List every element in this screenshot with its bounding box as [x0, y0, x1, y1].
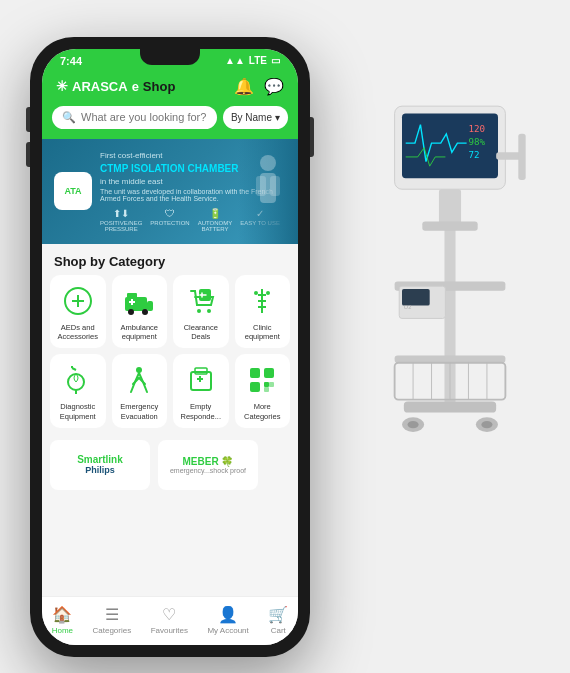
- header-icons: 🔔 💬: [234, 77, 284, 96]
- nav-favourites[interactable]: ♡ Favourites: [151, 605, 188, 635]
- svg-rect-57: [402, 289, 430, 306]
- svg-rect-4: [125, 297, 147, 311]
- svg-rect-39: [395, 355, 506, 362]
- pressure-icon: ⬆⬇: [100, 208, 142, 219]
- lte-label: LTE: [249, 55, 267, 66]
- svg-point-37: [408, 421, 419, 428]
- section-title: Shop by Category: [42, 244, 298, 275]
- categories-label: Categories: [93, 626, 132, 635]
- svg-point-18: [254, 291, 258, 295]
- volume-up-button: [26, 107, 30, 132]
- bell-icon[interactable]: 🔔: [234, 77, 254, 96]
- svg-point-38: [481, 421, 492, 428]
- categories-icon: ☰: [105, 605, 119, 624]
- nav-account[interactable]: 👤 My Account: [207, 605, 248, 635]
- category-grid: AEDs and Accessories Ambulance equipment…: [42, 275, 298, 436]
- chevron-down-icon: ▾: [275, 112, 280, 123]
- svg-rect-31: [269, 382, 274, 387]
- chat-icon[interactable]: 💬: [264, 77, 284, 96]
- cart-icon: 🛒: [268, 605, 288, 624]
- home-icon: 🏠: [52, 605, 72, 624]
- home-label: Home: [52, 626, 73, 635]
- search-bar: 🔍 By Name ▾: [42, 106, 298, 139]
- account-label: My Account: [207, 626, 248, 635]
- svg-rect-55: [518, 134, 525, 180]
- power-button: [310, 117, 314, 157]
- svg-rect-29: [250, 382, 260, 392]
- category-clinic[interactable]: Clinic equipment: [235, 275, 291, 349]
- pressure-label: POSITIVE/NEGPRESSURE: [100, 220, 142, 232]
- svg-rect-28: [264, 368, 274, 378]
- svg-text:O2: O2: [404, 304, 411, 310]
- medical-device-svg: 120 98% 72 O2: [360, 60, 540, 540]
- smartlink-name: Smartlink: [77, 454, 123, 465]
- empty-label: Empty Responde...: [177, 402, 225, 422]
- meber-tagline: emergency...shock proof: [170, 467, 246, 474]
- signal-icon: ▲▲: [225, 55, 245, 66]
- heart-icon: ♡: [162, 605, 176, 624]
- nav-cart[interactable]: 🛒 Cart: [268, 605, 288, 635]
- phone-screen: 7:44 ▲▲ LTE ▭ ✳ ARASCA eShop 🔔 💬 🔍: [42, 49, 298, 645]
- nav-home[interactable]: 🏠 Home: [52, 605, 73, 635]
- sort-button[interactable]: By Name ▾: [223, 106, 288, 129]
- category-clearance[interactable]: Clearance Deals: [173, 275, 229, 349]
- app-logo: ✳ ARASCA eShop: [56, 78, 175, 94]
- banner: ATA First cost-efficient CTMP ISOLATION …: [42, 139, 298, 244]
- sort-label: By Name: [231, 112, 272, 123]
- meber-name: MEBER 🍀: [170, 456, 246, 467]
- logo-star-icon: ✳: [56, 78, 68, 94]
- feature-protection: 🛡 PROTECTION: [150, 208, 189, 232]
- svg-point-12: [207, 309, 211, 313]
- category-diagnostic[interactable]: Diagnostic Equipment: [50, 354, 106, 428]
- aeds-icon: [60, 283, 96, 319]
- logo-shop: Shop: [143, 79, 176, 94]
- svg-point-11: [197, 309, 201, 313]
- search-input[interactable]: [81, 111, 207, 123]
- svg-rect-34: [404, 402, 496, 413]
- category-emergency[interactable]: Emergency Evacuation: [112, 354, 168, 428]
- clearance-label: Clearance Deals: [177, 323, 225, 343]
- emergency-label: Emergency Evacuation: [116, 402, 164, 422]
- svg-rect-52: [439, 189, 461, 226]
- brand-smartlink[interactable]: Smartlink Philips: [50, 440, 150, 490]
- svg-rect-10: [127, 293, 137, 299]
- logo-name: ARASCA: [72, 79, 128, 94]
- empty-icon: [183, 362, 219, 398]
- app-header: ✳ ARASCA eShop 🔔 💬: [42, 71, 298, 106]
- clinic-label: Clinic equipment: [239, 323, 287, 343]
- svg-rect-27: [250, 368, 260, 378]
- bottom-nav: 🏠 Home ☰ Categories ♡ Favourites 👤 My Ac…: [42, 596, 298, 645]
- nav-categories[interactable]: ☰ Categories: [93, 605, 132, 635]
- category-more[interactable]: More Categories: [235, 354, 291, 428]
- status-time: 7:44: [60, 55, 82, 67]
- banner-logo: ATA: [54, 172, 92, 210]
- phone-shell: 7:44 ▲▲ LTE ▭ ✳ ARASCA eShop 🔔 💬 🔍: [30, 37, 310, 657]
- volume-down-button: [26, 142, 30, 167]
- svg-rect-53: [422, 222, 477, 231]
- person-svg: [248, 151, 288, 231]
- diagnostic-label: Diagnostic Equipment: [54, 402, 102, 422]
- brands-row[interactable]: Smartlink Philips MEBER 🍀 emergency...sh…: [42, 436, 298, 498]
- battery-label: AUTONOMYBATTERY: [198, 220, 233, 232]
- protection-label: PROTECTION: [150, 220, 189, 226]
- more-icon: [244, 362, 280, 398]
- account-icon: 👤: [218, 605, 238, 624]
- screen-content[interactable]: ATA First cost-efficient CTMP ISOLATION …: [42, 139, 298, 605]
- svg-rect-5: [147, 301, 153, 311]
- diagnostic-icon: [60, 362, 96, 398]
- category-aeds[interactable]: AEDs and Accessories: [50, 275, 106, 349]
- brand-meber[interactable]: MEBER 🍀 emergency...shock proof: [158, 440, 258, 490]
- banner-logo-text: ATA: [64, 186, 81, 196]
- svg-line-21: [72, 368, 76, 370]
- svg-rect-3: [270, 176, 280, 196]
- search-icon: 🔍: [62, 111, 76, 124]
- svg-point-7: [142, 309, 148, 315]
- category-ambulance[interactable]: Ambulance equipment: [112, 275, 168, 349]
- svg-rect-9: [129, 301, 135, 303]
- category-empty[interactable]: Empty Responde...: [173, 354, 229, 428]
- clearance-icon: [183, 283, 219, 319]
- feature-battery: 🔋 AUTONOMYBATTERY: [198, 208, 233, 232]
- search-input-wrap[interactable]: 🔍: [52, 106, 217, 129]
- favourites-label: Favourites: [151, 626, 188, 635]
- svg-text:72: 72: [468, 149, 479, 160]
